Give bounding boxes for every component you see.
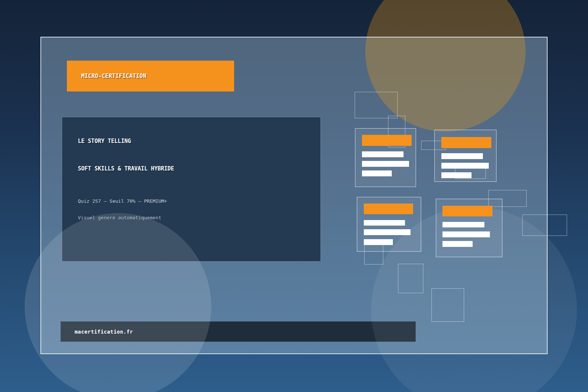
skeleton-bar <box>442 231 490 237</box>
decor-rect <box>355 92 398 118</box>
skeleton-bar <box>364 229 410 235</box>
skeleton-card-header <box>442 206 492 216</box>
skeleton-card <box>357 197 421 252</box>
skeleton-bar <box>362 170 392 176</box>
skeleton-bar <box>442 241 473 247</box>
skeleton-card-header <box>362 135 412 146</box>
skeleton-card <box>434 130 496 182</box>
skeleton-bar <box>364 239 393 245</box>
skeleton-bar <box>364 220 405 226</box>
decor-rect <box>522 215 567 236</box>
skeleton-bar <box>442 222 484 227</box>
brand-banner-label: MICRO-CERTIFICATION <box>67 73 146 79</box>
skeleton-bar <box>441 172 472 178</box>
skeleton-bar <box>441 153 483 159</box>
skeleton-card-header <box>441 137 491 148</box>
quiz-meta: Quiz 257 – Seuil 70% – PREMIUM+ <box>78 198 167 204</box>
decor-rect <box>398 264 423 293</box>
course-subtitle: SOFT SKILLS & TRAVAIL HYBRIDE <box>78 165 174 172</box>
brand-banner: MICRO-CERTIFICATION <box>67 61 234 91</box>
generation-note: Visuel genere automatiquement <box>78 215 161 220</box>
skeleton-bar <box>362 161 409 167</box>
skeleton-card-header <box>364 204 413 214</box>
skeleton-card <box>436 199 502 257</box>
skeleton-bar <box>441 163 489 169</box>
course-title: LE STORY TELLING <box>78 138 131 144</box>
skeleton-card <box>355 128 416 187</box>
generated-visual: macertification.fr MICRO <box>0 0 588 392</box>
skeleton-bar <box>362 151 404 157</box>
decor-rect <box>431 288 464 322</box>
